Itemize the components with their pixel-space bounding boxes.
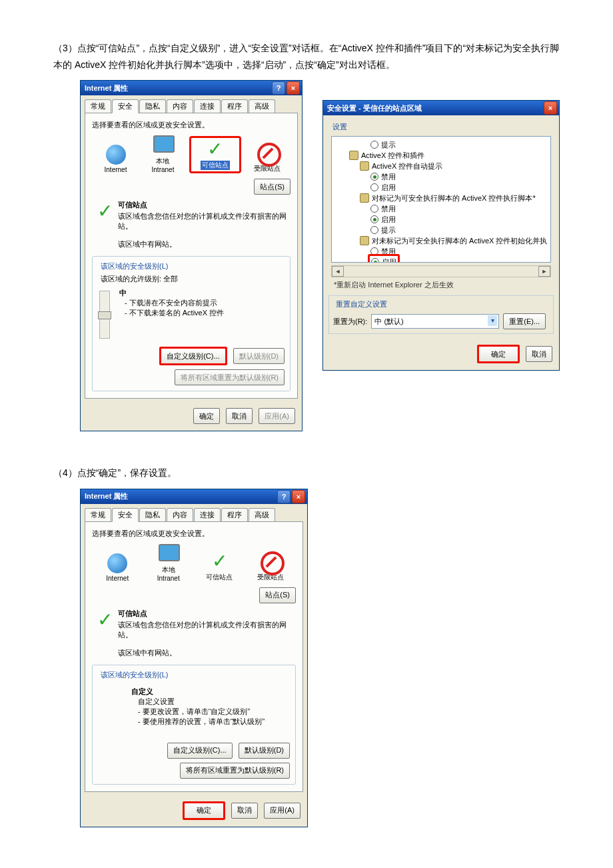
level-line: - 下载潜在不安全内容前提示 <box>125 298 224 308</box>
titlebar: Internet 属性 ? × <box>81 81 302 95</box>
close-icon[interactable]: × <box>287 81 300 95</box>
tab-general[interactable]: 常规 <box>85 99 111 113</box>
radio-icon[interactable] <box>370 205 378 213</box>
check-icon: ✓ <box>205 139 225 159</box>
internet-properties-dialog-1: Internet 属性 ? × 常规 安全 隐私 内容 连接 程序 高级 选择要… <box>80 80 303 431</box>
help-icon[interactable]: ? <box>277 490 291 503</box>
group-unsafe-script: 对未标记为可安全执行脚本的 ActiveX 控件初始化并执 <box>372 236 547 246</box>
ok-button[interactable]: 确定 <box>183 801 225 820</box>
radio-icon[interactable] <box>370 215 378 223</box>
cancel-button[interactable]: 取消 <box>226 408 253 424</box>
radio-icon[interactable] <box>370 183 378 191</box>
tab-security[interactable]: 安全 <box>112 508 139 522</box>
level-allowed: 该区域的允许级别: 全部 <box>101 274 285 284</box>
default-level-button[interactable]: 默认级别(D) <box>239 743 290 759</box>
forbid-icon <box>257 143 281 167</box>
tab-programs[interactable]: 程序 <box>221 508 248 521</box>
custom-sub: 自定义设置 <box>138 697 290 707</box>
zone-intranet[interactable]: 本地 Intranet <box>147 544 190 582</box>
zone-trusted[interactable]: ✓ 可信站点 <box>198 551 241 582</box>
reset-zones-button[interactable]: 将所有区域重置为默认级别(R) <box>175 369 285 385</box>
zone-label: 本地 Intranet <box>157 565 180 582</box>
reset-value: 中 (默认) <box>374 317 403 327</box>
custom-line: - 要更改设置，请单击“自定义级别” <box>138 707 290 717</box>
tab-connections[interactable]: 连接 <box>194 99 221 113</box>
trusted-desc2: 该区域中有网站。 <box>118 240 177 248</box>
tab-privacy[interactable]: 隐私 <box>139 99 166 113</box>
apply-button[interactable]: 应用(A) <box>264 803 301 819</box>
zone-internet[interactable]: Internet <box>96 553 139 582</box>
group-autoprompt: ActiveX 控件自动提示 <box>372 161 442 171</box>
radio-icon[interactable] <box>370 141 378 149</box>
custom-level-button[interactable]: 自定义级别(C)... <box>159 347 227 365</box>
tab-security[interactable]: 安全 <box>112 99 139 113</box>
cancel-button[interactable]: 取消 <box>231 803 258 819</box>
internet-properties-dialog-2: Internet 属性 ? × 常规 安全 隐私 内容 连接 程序 高级 选择要… <box>80 489 308 827</box>
radio-icon[interactable] <box>370 173 378 181</box>
tab-content[interactable]: 内容 <box>167 508 193 521</box>
tab-page-security: 选择要查看的区域或更改安全设置。 Internet 本地 Intranet ✓ … <box>85 113 298 399</box>
zone-label: Internet <box>105 166 127 173</box>
trusted-description: 可信站点 该区域包含您信任对您的计算机或文件没有损害的网站。 该区域中有网站。 <box>118 607 296 658</box>
radio-icon[interactable] <box>370 226 378 234</box>
titlebar: 安全设置 - 受信任的站点区域 × <box>323 101 559 115</box>
paragraph-4: （4）点按“确定”，保存设置。 <box>53 465 560 481</box>
trusted-description: 可信站点 该区域包含您信任对您的计算机或文件没有损害的网站。 该区域中有网站。 <box>118 199 291 249</box>
close-icon[interactable]: × <box>292 490 305 503</box>
custom-level-button[interactable]: 自定义级别(C)... <box>167 743 232 759</box>
highlighted-enable-option[interactable]: 启用 <box>368 254 400 263</box>
sites-button[interactable]: 站点(S) <box>254 179 291 195</box>
level-fieldset: 该区域的安全级别(L) 自定义 自定义设置 - 要更改设置，请单击“自定义级别”… <box>92 665 296 785</box>
zone-label: 本地 Intranet <box>152 157 175 173</box>
level-legend: 该区域的安全级别(L) <box>98 261 171 271</box>
title-text: 安全设置 - 受信任的站点区域 <box>327 103 542 113</box>
settings-legend: 设置 <box>328 121 554 133</box>
scroll-right-icon[interactable]: ► <box>538 266 550 277</box>
level-legend: 该区域的安全级别(L) <box>98 670 171 680</box>
zone-label: Internet <box>106 575 129 582</box>
close-icon[interactable]: × <box>544 101 557 115</box>
zone-label: 可信站点 <box>206 573 233 582</box>
gear-icon <box>360 161 369 171</box>
restart-note: *重新启动 Internet Explorer 之后生效 <box>334 280 548 290</box>
reset-combo[interactable]: 中 (默认) <box>371 314 499 329</box>
zone-restricted[interactable]: 受限站点 <box>246 143 289 173</box>
reset-button[interactable]: 重置(E)... <box>503 313 546 329</box>
group-safe-script: 对标记为可安全执行脚本的 ActiveX 控件执行脚本* <box>372 193 536 203</box>
trusted-desc: 该区域包含您信任对您的计算机或文件没有损害的网站。 <box>118 621 287 639</box>
reset-zones-button[interactable]: 将所有区域重置为默认级别(R) <box>180 763 290 779</box>
ok-button[interactable]: 确定 <box>193 408 220 424</box>
radio-icon[interactable] <box>371 258 379 263</box>
default-level-button[interactable]: 默认级别(D) <box>233 348 285 364</box>
tab-page-security: 选择要查看的区域或更改安全设置。 Internet 本地 Intranet ✓ … <box>85 521 303 792</box>
level-slider[interactable] <box>99 291 110 339</box>
tab-connections[interactable]: 连接 <box>194 508 221 521</box>
apply-button[interactable]: 应用(A) <box>259 408 295 424</box>
tab-advanced[interactable]: 高级 <box>249 99 275 113</box>
tab-programs[interactable]: 程序 <box>221 99 248 113</box>
reset-fieldset: 重置自定义设置 重置为(R): 中 (默认) 重置(E)... <box>328 295 554 334</box>
tab-general[interactable]: 常规 <box>85 508 111 521</box>
tab-content[interactable]: 内容 <box>167 99 193 113</box>
zone-intranet[interactable]: 本地 Intranet <box>142 135 185 173</box>
option-disable: 禁用 <box>381 204 396 214</box>
ok-button[interactable]: 确定 <box>477 345 520 363</box>
option-prompt: 提示 <box>381 140 396 150</box>
horizontal-scrollbar[interactable]: ◄ ► <box>331 265 551 277</box>
help-icon[interactable]: ? <box>272 81 285 95</box>
zone-internet[interactable]: Internet <box>95 145 137 173</box>
cancel-button[interactable]: 取消 <box>526 346 552 362</box>
sites-button[interactable]: 站点(S) <box>259 587 296 603</box>
settings-tree[interactable]: 提示 ActiveX 控件和插件 ActiveX 控件自动提示 禁用 启用 对标… <box>331 136 551 263</box>
scroll-left-icon[interactable]: ◄ <box>332 266 344 277</box>
tab-privacy[interactable]: 隐私 <box>139 508 166 521</box>
trusted-head: 可信站点 <box>118 609 296 619</box>
check-icon: ✓ <box>97 609 113 631</box>
reset-legend: 重置自定义设置 <box>333 299 390 309</box>
zone-trusted[interactable]: ✓ 可信站点 <box>189 136 241 173</box>
zone-prompt: 选择要查看的区域或更改安全设置。 <box>92 120 291 130</box>
tab-advanced[interactable]: 高级 <box>249 508 275 521</box>
zone-restricted[interactable]: 受限站点 <box>249 551 292 582</box>
tabstrip: 常规 安全 隐私 内容 连接 程序 高级 <box>81 504 307 521</box>
gear-icon <box>360 193 369 203</box>
